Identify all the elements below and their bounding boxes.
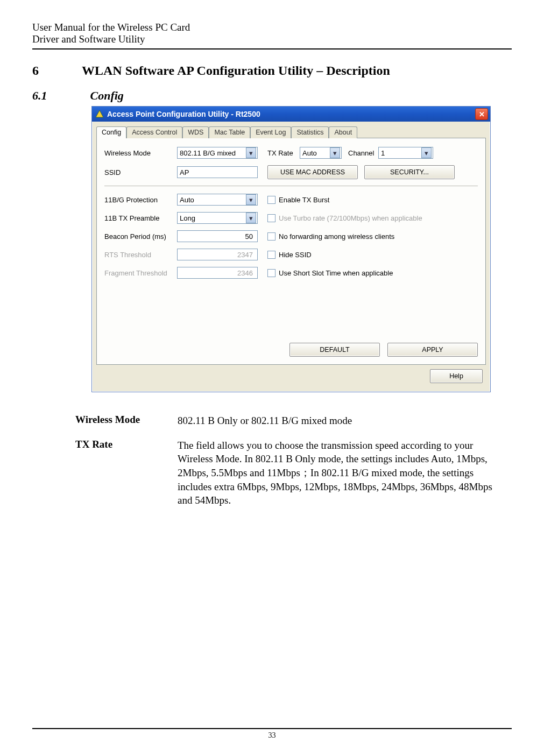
checkbox-enable-tx-burst[interactable]: Enable TX Burst	[267, 196, 329, 204]
def-desc-wireless-mode: 802.11 B Only or 802.11 B/G mixed mode	[178, 414, 512, 428]
input-beacon[interactable]: 50	[177, 230, 258, 242]
ap-config-window: Access Point Configuration Utility - Rt2…	[91, 106, 491, 392]
value-fragment: 2346	[237, 269, 253, 277]
close-icon: ✕	[479, 110, 485, 118]
checkbox-box-icon	[267, 251, 275, 259]
use-mac-button[interactable]: USE MAC ADDRESS	[267, 165, 358, 179]
label-use-turbo: Use Turbo rate (72/100Mbps) when applica…	[279, 214, 422, 222]
chapter-title: WLAN Software AP Configuration Utility –…	[82, 63, 390, 78]
value-wireless-mode: 802.11 B/G mixed	[180, 149, 236, 157]
label-beacon: Beacon Period (ms)	[104, 232, 177, 241]
label-tx-rate: TX Rate	[267, 149, 300, 157]
tab-panel-config: Wireless Mode 802.11 B/G mixed ▾ TX Rate…	[96, 138, 486, 365]
def-desc-tx-rate: The field allows you to choose the trans…	[178, 439, 512, 507]
chevron-down-icon: ▾	[421, 147, 432, 158]
def-term-tx-rate: TX Rate	[75, 439, 178, 507]
tab-event-log[interactable]: Event Log	[250, 126, 291, 138]
chevron-down-icon: ▾	[246, 147, 256, 158]
tab-strip: Config Access Control WDS Mac Table Even…	[96, 126, 486, 138]
page-number: 33	[269, 731, 276, 739]
tab-config[interactable]: Config	[96, 126, 126, 138]
label-ssid: SSID	[104, 168, 177, 176]
chevron-down-icon: ▾	[246, 194, 256, 205]
svg-marker-0	[96, 110, 103, 117]
checkbox-box-icon	[267, 214, 275, 222]
label-channel: Channel	[348, 149, 378, 157]
label-enable-tx-burst: Enable TX Burst	[279, 196, 329, 204]
select-tx-rate[interactable]: Auto ▾	[300, 147, 342, 159]
label-short-slot: Use Short Slot Time when applicable	[279, 269, 393, 277]
window-title: Access Point Configuration Utility - Rt2…	[107, 110, 260, 118]
checkbox-hide-ssid[interactable]: Hide SSID	[267, 251, 312, 259]
value-protection: Auto	[180, 196, 194, 204]
select-protection[interactable]: Auto ▾	[177, 194, 258, 206]
label-fragment: Fragment Threshold	[104, 269, 177, 277]
value-tx-rate: Auto	[302, 149, 317, 157]
checkbox-short-slot[interactable]: Use Short Slot Time when applicable	[267, 269, 393, 277]
app-icon	[95, 110, 104, 118]
def-term-wireless-mode: Wireless Mode	[75, 414, 178, 428]
input-fragment: 2346	[177, 267, 258, 279]
chevron-down-icon: ▾	[246, 213, 256, 223]
header-subtitle: Driver and Software Utility	[32, 33, 512, 50]
select-wireless-mode[interactable]: 802.11 B/G mixed ▾	[177, 147, 258, 159]
value-channel: 1	[381, 149, 385, 157]
label-rts: RTS Threshold	[104, 251, 177, 259]
tab-wds[interactable]: WDS	[182, 126, 209, 138]
checkbox-box-icon	[267, 232, 275, 241]
checkbox-use-turbo: Use Turbo rate (72/100Mbps) when applica…	[267, 214, 422, 222]
header-product: User Manual for the Wireless PC Card	[32, 22, 512, 33]
checkbox-box-icon	[267, 269, 275, 277]
tab-statistics[interactable]: Statistics	[291, 126, 329, 138]
value-ssid: AP	[180, 168, 189, 176]
input-rts: 2347	[177, 249, 258, 260]
help-button[interactable]: Help	[430, 369, 483, 383]
label-protection: 11B/G Protection	[104, 196, 177, 204]
close-button[interactable]: ✕	[475, 108, 488, 120]
label-hide-ssid: Hide SSID	[279, 251, 312, 259]
input-ssid[interactable]: AP	[177, 166, 258, 178]
value-beacon: 50	[245, 232, 253, 241]
default-button[interactable]: DEFAULT	[289, 343, 380, 357]
value-preamble: Long	[180, 214, 195, 222]
separator	[104, 186, 478, 186]
checkbox-no-forwarding[interactable]: No forwarding among wireless clients	[267, 232, 394, 241]
window-titlebar: Access Point Configuration Utility - Rt2…	[92, 107, 490, 122]
tab-mac-table[interactable]: Mac Table	[209, 126, 250, 138]
select-preamble[interactable]: Long ▾	[177, 212, 258, 224]
chevron-down-icon: ▾	[330, 147, 340, 158]
apply-button[interactable]: APPLY	[387, 343, 478, 357]
label-wireless-mode: Wireless Mode	[104, 149, 177, 157]
section-title: Config	[90, 89, 124, 103]
value-rts: 2347	[237, 251, 253, 259]
checkbox-box-icon	[267, 196, 275, 204]
select-channel[interactable]: 1 ▾	[378, 147, 433, 159]
section-number: 6.1	[32, 89, 47, 103]
security-button[interactable]: SECURITY...	[364, 165, 455, 179]
label-preamble: 11B TX Preamble	[104, 214, 177, 222]
tab-about[interactable]: About	[329, 126, 357, 138]
chapter-number: 6	[32, 63, 39, 78]
label-no-forwarding: No forwarding among wireless clients	[279, 232, 394, 241]
tab-access-control[interactable]: Access Control	[126, 126, 182, 138]
